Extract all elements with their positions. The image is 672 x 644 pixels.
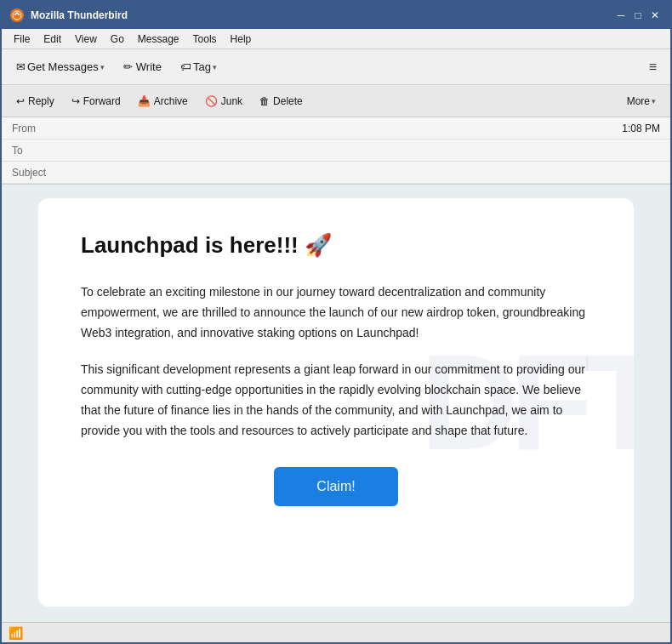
- email-paragraph-1: To celebrate an exciting milestone in ou…: [81, 282, 591, 343]
- email-heading: Launchpad is here!!! 🚀: [81, 232, 591, 259]
- archive-button[interactable]: 📥 Archive: [130, 91, 196, 111]
- forward-label: Forward: [83, 95, 121, 107]
- menu-help[interactable]: Help: [225, 31, 257, 47]
- reply-label: Reply: [28, 95, 54, 107]
- main-toolbar: ✉ Get Messages ▾ ✏ Write 🏷 Tag ▾ ≡: [2, 49, 670, 85]
- tag-icon: 🏷: [180, 60, 191, 73]
- more-button[interactable]: More ▾: [619, 91, 663, 111]
- window-controls: ─ □ ✕: [614, 9, 662, 22]
- archive-icon: 📥: [138, 95, 151, 107]
- action-toolbar: ↩ Reply ↪ Forward 📥 Archive 🚫 Junk 🗑 Del…: [2, 85, 670, 117]
- close-button[interactable]: ✕: [648, 9, 662, 22]
- menu-bar: File Edit View Go Message Tools Help: [2, 29, 670, 49]
- to-row: To: [2, 140, 670, 162]
- subject-label: Subject: [12, 167, 63, 179]
- from-row: From 1:08 PM: [2, 117, 670, 140]
- email-body: DFT Launchpad is here!!! 🚀 To celebrate …: [2, 185, 670, 622]
- menu-file[interactable]: File: [9, 31, 35, 47]
- trash-icon: 🗑: [259, 95, 270, 107]
- forward-icon: ↪: [71, 95, 80, 107]
- from-label: From: [12, 123, 63, 134]
- claim-button[interactable]: Claim!: [274, 467, 397, 506]
- menu-view[interactable]: View: [70, 31, 102, 47]
- tag-chevron: ▾: [213, 63, 217, 71]
- write-button[interactable]: ✏ Write: [116, 56, 169, 77]
- pencil-icon: ✏: [123, 60, 133, 73]
- maximize-button[interactable]: □: [631, 9, 645, 22]
- email-header: From 1:08 PM To Subject: [2, 117, 670, 185]
- reply-icon: ↩: [16, 95, 25, 107]
- delete-button[interactable]: 🗑 Delete: [252, 91, 310, 111]
- minimize-button[interactable]: ─: [614, 9, 628, 22]
- window-title: Mozilla Thunderbird: [31, 9, 607, 21]
- menu-message[interactable]: Message: [133, 31, 185, 47]
- junk-button[interactable]: 🚫 Junk: [197, 91, 250, 111]
- archive-label: Archive: [154, 95, 188, 107]
- subject-row: Subject: [2, 162, 670, 184]
- menu-go[interactable]: Go: [105, 31, 129, 47]
- email-time: 1:08 PM: [622, 123, 660, 134]
- get-messages-button[interactable]: ✉ Get Messages ▾: [9, 56, 112, 77]
- menu-edit[interactable]: Edit: [38, 31, 66, 47]
- tag-label: Tag: [193, 60, 211, 73]
- tag-button[interactable]: 🏷 Tag ▾: [173, 56, 225, 77]
- email-content-card: DFT Launchpad is here!!! 🚀 To celebrate …: [38, 198, 634, 607]
- menu-tools[interactable]: Tools: [188, 31, 222, 47]
- main-window: Mozilla Thunderbird ─ □ ✕ File Edit View…: [0, 0, 672, 644]
- forward-button[interactable]: ↪ Forward: [64, 91, 128, 111]
- hamburger-menu-button[interactable]: ≡: [642, 56, 663, 78]
- reply-button[interactable]: ↩ Reply: [9, 91, 62, 111]
- app-icon: [10, 9, 24, 22]
- to-label: To: [12, 145, 63, 157]
- junk-label: Junk: [221, 95, 242, 107]
- get-messages-label: Get Messages: [27, 60, 99, 73]
- title-bar: Mozilla Thunderbird ─ □ ✕: [2, 2, 670, 29]
- junk-icon: 🚫: [205, 95, 218, 107]
- delete-label: Delete: [273, 95, 303, 107]
- email-paragraph-2: This significant development represents …: [81, 360, 591, 441]
- write-label: Write: [136, 60, 162, 73]
- connection-icon: 📶: [9, 626, 23, 640]
- more-label: More: [627, 95, 650, 107]
- envelope-icon: ✉: [16, 60, 26, 73]
- get-messages-chevron: ▾: [100, 63, 105, 71]
- status-bar: 📶: [2, 622, 670, 642]
- more-chevron: ▾: [652, 97, 656, 105]
